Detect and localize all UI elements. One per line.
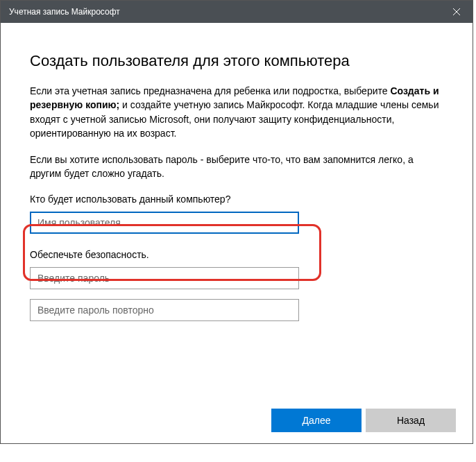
password-confirm-input[interactable]	[30, 299, 299, 321]
username-label: Кто будет использовать данный компьютер?	[30, 194, 443, 205]
back-button[interactable]: Назад	[366, 409, 456, 432]
page-title: Создать пользователя для этого компьютер…	[30, 52, 443, 70]
intro-paragraph-2: Если вы хотите использовать пароль - выб…	[30, 153, 443, 181]
username-input[interactable]	[30, 212, 299, 234]
next-button[interactable]: Далее	[271, 409, 362, 432]
security-group: Обеспечьте безопасность.	[30, 249, 443, 331]
username-group: Кто будет использовать данный компьютер?	[30, 194, 443, 243]
content-area: Создать пользователя для этого компьютер…	[1, 23, 473, 331]
titlebar: Учетная запись Майкрософт	[1, 1, 473, 23]
window-title: Учетная запись Майкрософт	[9, 7, 120, 17]
security-label: Обеспечьте безопасность.	[30, 249, 443, 260]
footer-buttons: Далее Назад	[271, 409, 456, 432]
dialog-window: Учетная запись Майкрософт Создать пользо…	[0, 0, 473, 444]
close-icon	[453, 8, 460, 15]
intro-text-1a: Если эта учетная запись предназначена дл…	[30, 85, 390, 96]
password-input[interactable]	[30, 267, 299, 289]
intro-paragraph-1: Если эта учетная запись предназначена дл…	[30, 84, 443, 140]
close-button[interactable]	[441, 1, 473, 23]
